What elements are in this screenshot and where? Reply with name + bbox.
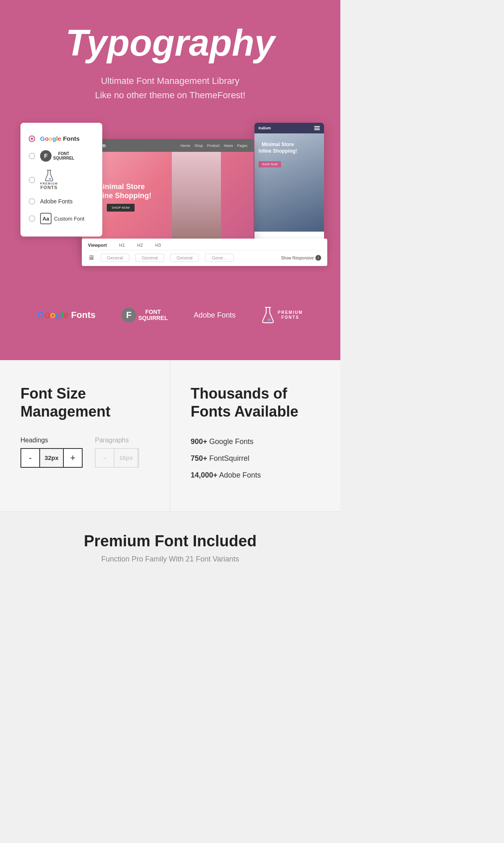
font-option-custom[interactable]: Aa Custom Font bbox=[20, 209, 102, 228]
viewport-tabs: Viewport H1 H2 H3 bbox=[88, 243, 321, 250]
viewport-row: 🖥 General General General Gene... Show R… bbox=[88, 254, 321, 262]
hero-title: Typography bbox=[8, 25, 332, 61]
viewport-tab-h1[interactable]: H1 bbox=[119, 243, 125, 248]
custom-aa-icon: Aa bbox=[40, 213, 52, 224]
headings-plus-button[interactable]: + bbox=[64, 449, 82, 467]
custom-font-label: Aa Custom Font bbox=[40, 213, 84, 224]
mobile-mockup: Kalium Minimal Store lnline Shopping! SH… bbox=[254, 123, 324, 246]
mobile-navbar: Kalium bbox=[254, 123, 324, 133]
viewport-input-3[interactable]: Gene... bbox=[205, 254, 234, 262]
radio-google[interactable] bbox=[29, 135, 35, 142]
adobe-fonts-text-logo: Adobe Fonts bbox=[194, 311, 236, 320]
premium-fonts-label: PREMIUM FONTS bbox=[40, 170, 58, 190]
adobe-fonts-label: Adobe Fonts bbox=[40, 198, 72, 205]
hero-section: Typography Ultimate Font Management Libr… bbox=[0, 0, 340, 360]
fontsquirrel-label: F FONT SQUIRREL bbox=[40, 150, 74, 162]
google-fonts-label: Google Fonts bbox=[40, 135, 80, 142]
viewport-tab-h2[interactable]: H2 bbox=[137, 243, 143, 248]
viewport-input-0[interactable]: General bbox=[101, 254, 129, 262]
paragraphs-stepper: - 16px bbox=[95, 448, 139, 468]
font-option-adobe[interactable]: Adobe Fonts bbox=[20, 194, 102, 209]
radio-adobe[interactable] bbox=[29, 198, 35, 205]
mobile-logo: Kalium bbox=[259, 126, 271, 130]
radio-fontsquirrel[interactable] bbox=[29, 153, 35, 159]
show-responsive[interactable]: Show Responsive i bbox=[281, 255, 321, 261]
paragraphs-control: Paragraphs - 16px bbox=[95, 437, 139, 468]
font-squirrel-logo-item: F FONT SQUIRREL bbox=[122, 308, 168, 322]
nav-shop: Shop bbox=[194, 144, 203, 148]
controls-pair: Headings - 32px + Paragraphs - 16px bbox=[20, 437, 149, 476]
nav-home: Home bbox=[180, 144, 190, 148]
paragraphs-minus-button[interactable]: - bbox=[96, 449, 114, 467]
features-section: Font Size Management Headings - 32px + P… bbox=[0, 360, 340, 512]
font-size-management: Font Size Management Headings - 32px + P… bbox=[0, 360, 170, 512]
headings-minus-button[interactable]: - bbox=[21, 449, 39, 467]
viewport-tab-h3[interactable]: H3 bbox=[155, 243, 161, 248]
font-selection-panel: Google Fonts F FONT SQUIRREL bbox=[20, 123, 102, 237]
svg-point-3 bbox=[268, 319, 271, 321]
premium-fonts-logo-item: PREMIUM FONTS bbox=[261, 307, 303, 323]
fontsquirrel-stat: 750+ FontSquirrel bbox=[191, 453, 320, 464]
fonts-available-title: Thousands of Fonts Available bbox=[191, 385, 320, 420]
premium-text-logo: PREMIUM FONTS bbox=[278, 310, 303, 320]
nav-product: Product bbox=[207, 144, 220, 148]
site-hero-figure bbox=[172, 152, 221, 242]
fonts-available: Thousands of Fonts Available 900+ Google… bbox=[170, 360, 340, 512]
font-option-fontsquirrel[interactable]: F FONT SQUIRREL bbox=[20, 146, 102, 166]
premium-title: Premium Font Included bbox=[8, 532, 332, 550]
mobile-shop-button[interactable]: SHOP NOW bbox=[259, 161, 281, 167]
radio-custom[interactable] bbox=[29, 215, 35, 222]
viewport-input-2[interactable]: General bbox=[170, 254, 199, 262]
font-option-premium[interactable]: PREMIUM FONTS bbox=[20, 166, 102, 194]
paragraphs-label: Paragraphs bbox=[95, 437, 139, 444]
svg-rect-2 bbox=[265, 307, 271, 308]
site-navbar: Kalium Home Shop Product News Pages bbox=[82, 139, 254, 152]
squirrel-icon: F bbox=[40, 150, 52, 162]
svg-point-1 bbox=[49, 178, 51, 180]
mobile-hero-text: Minimal Store lnline Shopping! bbox=[259, 142, 297, 154]
svg-rect-0 bbox=[47, 170, 51, 171]
adobe-fonts-stat: 14,000+ Adobe Fonts bbox=[191, 470, 320, 480]
headings-stepper: - 32px + bbox=[20, 448, 83, 468]
viewport-panel: Viewport H1 H2 H3 🖥 General General Gene… bbox=[82, 239, 327, 266]
google-fonts-stat: 900+ Google Fonts bbox=[191, 437, 320, 447]
headings-value: 32px bbox=[39, 449, 64, 467]
paragraphs-value: 16px bbox=[114, 449, 138, 467]
hamburger-icon[interactable] bbox=[314, 126, 320, 130]
site-hero-image: Minimal Store Online Shopping! SHOP NOW bbox=[82, 152, 254, 242]
headings-label: Headings bbox=[20, 437, 83, 444]
logos-row: Google Fonts F FONT SQUIRREL Adobe Fonts bbox=[8, 295, 332, 336]
font-size-title: Font Size Management bbox=[20, 385, 149, 420]
hero-subtitle: Ultimate Font Management Library Like no… bbox=[8, 74, 332, 102]
google-fonts-logo-item: Google Fonts bbox=[38, 310, 96, 320]
nav-pages: Pages bbox=[237, 144, 248, 148]
viewport-input-1[interactable]: General bbox=[135, 254, 164, 262]
premium-subtitle: Function Pro Family With 21 Font Variant… bbox=[8, 555, 332, 564]
premium-flask-large-icon bbox=[261, 307, 274, 323]
headings-control: Headings - 32px + bbox=[20, 437, 83, 468]
mockup-area: Google Fonts F FONT SQUIRREL bbox=[8, 123, 332, 270]
radio-premium[interactable] bbox=[29, 177, 35, 183]
website-mockup: Kalium Home Shop Product News Pages Mini… bbox=[82, 139, 254, 254]
mobile-hero: Minimal Store lnline Shopping! SHOP NOW bbox=[254, 133, 324, 232]
font-option-google[interactable]: Google Fonts bbox=[20, 131, 102, 146]
shop-now-button[interactable]: SHOP NOW bbox=[107, 203, 135, 211]
site-nav-links: Home Shop Product News Pages bbox=[180, 144, 248, 148]
viewport-tab-viewport[interactable]: Viewport bbox=[88, 243, 107, 248]
premium-section: Premium Font Included Function Pro Famil… bbox=[0, 512, 340, 584]
squirrel-badge-icon: F bbox=[122, 308, 136, 322]
monitor-icon: 🖥 bbox=[88, 254, 94, 261]
info-icon: i bbox=[315, 255, 321, 261]
nav-news: News bbox=[224, 144, 233, 148]
flask-icon bbox=[45, 170, 54, 181]
adobe-fonts-logo-item: Adobe Fonts bbox=[194, 311, 236, 320]
